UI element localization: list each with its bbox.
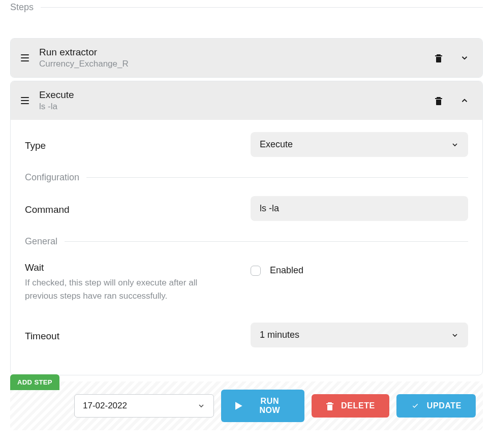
trash-icon	[326, 401, 334, 410]
timeout-select-value: 1 minutes	[260, 330, 299, 340]
command-label: Command	[25, 204, 238, 215]
type-row: Type Execute	[25, 132, 468, 157]
steps-section-heading: Steps	[10, 2, 483, 13]
chevron-down-icon	[460, 53, 469, 62]
step-title-block: Execute ls -la	[39, 89, 423, 112]
wait-row: Wait If checked, this step will only exe…	[25, 260, 468, 302]
run-now-button[interactable]: RUN NOW	[221, 390, 304, 422]
step-body: Type Execute Configuration Command	[11, 120, 482, 375]
drag-handle-icon[interactable]	[21, 54, 30, 61]
drag-handle-icon[interactable]	[21, 97, 30, 104]
command-input[interactable]: ls -la	[251, 196, 468, 221]
chevron-up-icon	[460, 96, 469, 105]
check-icon	[411, 402, 420, 409]
footer: ADD STEP 17-02-2022 RUN NOW DELETE UPDAT…	[10, 381, 483, 430]
add-step-label: ADD STEP	[17, 378, 52, 386]
step-title: Run extractor	[39, 47, 423, 58]
command-value: ls -la	[260, 203, 279, 214]
trash-icon	[435, 96, 443, 105]
delete-label: DELETE	[341, 401, 375, 410]
wait-enabled-checkbox[interactable]	[251, 266, 261, 276]
step-title-block: Run extractor Currency_Exchange_R	[39, 47, 423, 69]
wait-hint: If checked, this step will only execute …	[25, 276, 218, 302]
update-button[interactable]: UPDATE	[396, 394, 476, 418]
timeout-label: Timeout	[25, 331, 238, 342]
chevron-down-icon	[451, 141, 459, 149]
date-picker[interactable]: 17-02-2022	[74, 394, 214, 418]
svg-marker-0	[235, 402, 242, 410]
step-actions	[433, 51, 471, 65]
divider	[65, 241, 468, 242]
step-subtitle: ls -la	[39, 102, 423, 112]
update-label: UPDATE	[427, 401, 461, 410]
steps-list: Run extractor Currency_Exchange_R Execut…	[10, 38, 483, 375]
step-subtitle: Currency_Exchange_R	[39, 59, 423, 69]
command-row: Command ls -la	[25, 196, 468, 221]
configuration-subheading: Configuration	[25, 172, 468, 183]
step-header[interactable]: Run extractor Currency_Exchange_R	[11, 39, 482, 77]
general-label: General	[25, 236, 57, 247]
type-label: Type	[25, 140, 238, 151]
step-actions	[433, 94, 471, 107]
timeout-row: Timeout 1 minutes	[25, 323, 468, 347]
wait-enabled-label: Enabled	[270, 265, 303, 276]
delete-button[interactable]: DELETE	[312, 394, 389, 418]
configuration-label: Configuration	[25, 172, 79, 183]
collapse-step-button[interactable]	[458, 94, 471, 107]
add-step-button[interactable]: ADD STEP	[10, 374, 59, 390]
trash-icon	[435, 53, 443, 62]
delete-step-button[interactable]	[433, 51, 445, 65]
play-icon	[235, 402, 242, 410]
timeout-select[interactable]: 1 minutes	[251, 323, 468, 347]
step-title: Execute	[39, 89, 423, 101]
type-select[interactable]: Execute	[251, 132, 468, 157]
chevron-down-icon	[451, 331, 459, 339]
steps-label: Steps	[10, 2, 34, 13]
divider	[86, 177, 468, 178]
divider	[41, 7, 483, 8]
delete-step-button[interactable]	[433, 94, 445, 107]
chevron-down-icon	[197, 402, 205, 410]
step-card: Run extractor Currency_Exchange_R	[10, 38, 483, 78]
general-subheading: General	[25, 236, 468, 247]
footer-bar: 17-02-2022 RUN NOW DELETE UPDATE	[10, 381, 483, 430]
wait-label: Wait	[25, 262, 238, 273]
expand-step-button[interactable]	[458, 51, 471, 65]
run-now-label: RUN NOW	[250, 397, 290, 415]
step-header[interactable]: Execute ls -la	[11, 81, 482, 120]
step-card: Execute ls -la Type Execute	[10, 81, 483, 375]
type-select-value: Execute	[260, 139, 293, 150]
date-value: 17-02-2022	[83, 401, 127, 411]
